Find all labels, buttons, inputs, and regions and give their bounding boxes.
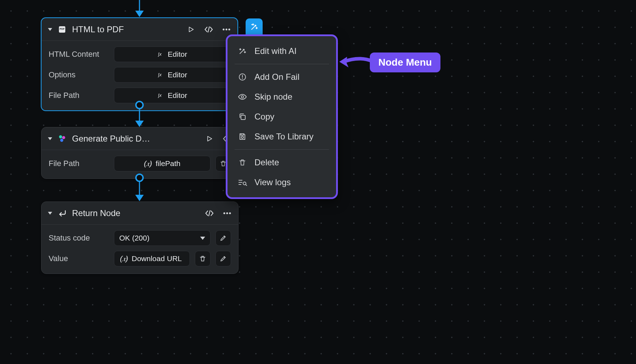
svg-point-9 (62, 136, 65, 139)
node-body: HTML Content ∫x Editor Options ∫x Editor… (42, 41, 237, 110)
clear-param-button[interactable] (195, 251, 210, 266)
save-icon (237, 132, 247, 142)
edit-param-button[interactable] (215, 251, 231, 266)
code-view-button[interactable] (204, 25, 213, 34)
param-value: Editor (168, 71, 187, 79)
param-value: filePath (155, 159, 180, 168)
node-html-to-pdf[interactable]: PDF HTML to PDF HTML Content ∫x (41, 17, 238, 111)
svg-text:∫x: ∫x (158, 72, 161, 77)
annotation-label: Node Menu (370, 53, 440, 72)
param-label: Value (49, 254, 109, 263)
output-port[interactable] (135, 101, 144, 109)
svg-text:∫x: ∫x (158, 52, 161, 57)
node-header[interactable]: PDF HTML to PDF (42, 18, 237, 41)
logs-icon (237, 177, 247, 187)
svg-point-11 (223, 212, 225, 214)
menu-item-label: Copy (254, 112, 274, 122)
svg-point-4 (228, 28, 230, 30)
arrowhead-down-icon (135, 121, 144, 127)
svg-point-13 (229, 212, 231, 214)
node-return[interactable]: Return Node Status code OK (200) (41, 202, 238, 274)
svg-point-18 (241, 136, 243, 138)
node-title: Generate Public D… (72, 134, 200, 144)
return-icon (57, 208, 67, 218)
svg-point-3 (225, 28, 227, 30)
svg-point-12 (226, 212, 228, 214)
wand-icon (237, 46, 247, 56)
ai-wand-tab[interactable] (246, 18, 263, 35)
node-context-menu: Edit with AI Add On Fail Skip node Copy (226, 34, 338, 199)
param-html-content: HTML Content ∫x Editor (49, 46, 230, 62)
code-view-button[interactable] (205, 209, 214, 218)
connector-segment (139, 182, 140, 195)
annotation-text: Node Menu (378, 57, 432, 68)
menu-item-save-to-library[interactable]: Save To Library (227, 127, 336, 147)
param-return-value: Value (𝑥) Download URL (49, 251, 231, 266)
run-node-button[interactable] (186, 25, 196, 34)
eye-icon (237, 92, 247, 102)
node-more-button[interactable] (223, 209, 232, 218)
menu-item-label: Save To Library (254, 132, 313, 142)
param-editor-button[interactable]: ∫x Editor (114, 67, 230, 83)
param-value: Download URL (132, 254, 182, 263)
param-value: Editor (168, 91, 187, 100)
menu-item-add-on-fail[interactable]: Add On Fail (227, 67, 336, 87)
arrowhead-down-icon (135, 11, 144, 17)
workflow-canvas[interactable]: PDF HTML to PDF HTML Content ∫x (0, 0, 636, 364)
param-label: File Path (49, 159, 109, 168)
node-generate-public-download[interactable]: Generate Public D… File Path (𝑥) filePat… (41, 127, 238, 179)
node-header[interactable]: Generate Public D… (42, 127, 238, 150)
menu-item-label: Skip node (254, 92, 292, 102)
edit-param-button[interactable] (215, 230, 231, 246)
menu-item-label: View logs (254, 177, 291, 187)
node-title: HTML to PDF (72, 24, 181, 34)
menu-item-label: Edit with AI (254, 46, 297, 56)
arrowhead-down-icon (135, 195, 144, 201)
param-status-code: Status code OK (200) (49, 230, 231, 246)
param-label: Status code (49, 233, 109, 243)
menu-item-delete[interactable]: Delete (227, 153, 336, 172)
menu-item-skip-node[interactable]: Skip node (227, 87, 336, 107)
param-variable-pill[interactable]: (𝑥) filePath (114, 156, 210, 171)
variable-icon: (𝑥) (120, 254, 128, 263)
menu-item-label: Delete (254, 158, 279, 167)
pdf-icon: PDF (57, 24, 67, 34)
menu-item-view-logs[interactable]: View logs (227, 172, 336, 192)
param-label: Options (49, 70, 109, 79)
fx-icon: ∫x (157, 71, 164, 78)
svg-rect-17 (241, 115, 245, 120)
output-port[interactable] (135, 173, 144, 182)
node-header-actions (186, 25, 231, 34)
node-title: Return Node (72, 208, 200, 218)
param-editor-button[interactable]: ∫x Editor (114, 46, 230, 62)
node-header[interactable]: Return Node (42, 202, 238, 225)
svg-text:PDF: PDF (60, 28, 65, 30)
param-editor-button[interactable]: ∫x Editor (114, 88, 230, 103)
menu-separator (235, 149, 329, 150)
collapse-toggle-icon[interactable] (48, 212, 52, 215)
node-body: Status code OK (200) Value (𝑥) Download … (42, 225, 238, 274)
param-file-path: File Path (𝑥) filePath (49, 156, 231, 171)
run-node-button[interactable] (205, 134, 214, 143)
collapse-toggle-icon[interactable] (48, 28, 52, 31)
integration-icon (57, 134, 67, 144)
svg-point-10 (60, 139, 64, 142)
svg-point-2 (223, 28, 224, 30)
copy-icon (237, 112, 247, 122)
node-header-actions (205, 209, 232, 218)
param-value: OK (200) (119, 234, 149, 242)
connector-segment (139, 109, 140, 121)
menu-item-edit-with-ai[interactable]: Edit with AI (227, 41, 336, 61)
connector-segment (139, 0, 140, 11)
menu-item-copy[interactable]: Copy (227, 107, 336, 127)
menu-separator (235, 64, 329, 64)
node-more-button[interactable] (222, 25, 231, 34)
svg-text:∫x: ∫x (158, 93, 161, 98)
collapse-toggle-icon[interactable] (48, 137, 52, 140)
param-variable-pill[interactable]: (𝑥) Download URL (114, 251, 190, 266)
fx-icon: ∫x (157, 51, 164, 58)
annotation-arrow (338, 54, 373, 70)
status-code-select[interactable]: OK (200) (114, 230, 210, 246)
variable-icon: (𝑥) (144, 159, 152, 168)
param-options: Options ∫x Editor (49, 67, 230, 83)
